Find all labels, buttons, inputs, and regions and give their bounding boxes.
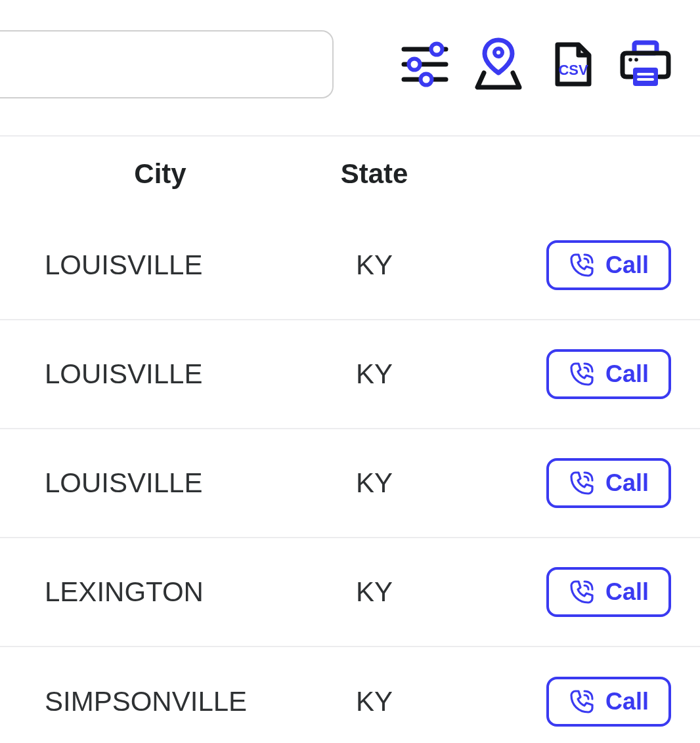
svg-rect-11: [633, 68, 658, 86]
table-row: LOUISVILLEKYCall: [0, 429, 700, 538]
filter-button[interactable]: [397, 36, 453, 93]
phone-icon: [569, 252, 595, 278]
csv-file-icon: CSV: [547, 39, 597, 89]
toolbar: CSV: [0, 0, 700, 135]
call-button-label: Call: [605, 360, 649, 388]
cell-city: SIMPSONVILLE: [45, 686, 276, 717]
cell-action: Call: [473, 458, 700, 508]
table-body: LOUISVILLEKYCallLOUISVILLEKYCallLOUISVIL…: [0, 211, 700, 743]
cell-city: LOUISVILLE: [45, 358, 276, 390]
call-button-label: Call: [605, 469, 649, 497]
call-button[interactable]: Call: [546, 349, 671, 399]
cell-city: LOUISVILLE: [45, 467, 276, 499]
call-button-label: Call: [605, 578, 649, 606]
phone-icon: [569, 579, 595, 605]
csv-export-button[interactable]: CSV: [544, 36, 600, 93]
call-button[interactable]: Call: [546, 567, 671, 617]
page: CSV City State LOUISVILLEKYCallLOUISVILL…: [0, 0, 700, 743]
map-pin-icon: [472, 37, 525, 91]
printer-icon: [619, 39, 672, 90]
cell-action: Call: [473, 567, 700, 617]
cell-city: LEXINGTON: [45, 576, 276, 608]
table-row: SIMPSONVILLEKYCall: [0, 647, 700, 743]
table-header: City State: [0, 135, 700, 211]
svg-point-6: [494, 49, 502, 56]
cell-city: LOUISVILLE: [45, 249, 276, 281]
call-button[interactable]: Call: [546, 458, 671, 508]
svg-point-4: [409, 59, 420, 70]
cell-action: Call: [473, 240, 700, 290]
map-button[interactable]: [470, 36, 527, 93]
cell-action: Call: [473, 349, 700, 399]
phone-icon: [569, 361, 595, 387]
svg-point-5: [421, 74, 432, 85]
table-row: LEXINGTONKYCall: [0, 538, 700, 647]
cell-action: Call: [473, 677, 700, 727]
table-row: LOUISVILLEKYCall: [0, 320, 700, 429]
call-button-label: Call: [605, 688, 649, 715]
header-city: City: [45, 158, 276, 190]
sliders-icon: [400, 41, 450, 87]
cell-state: KY: [276, 358, 473, 390]
print-button[interactable]: [617, 36, 674, 93]
call-button[interactable]: Call: [546, 677, 671, 727]
cell-state: KY: [276, 467, 473, 499]
svg-point-9: [628, 58, 632, 62]
svg-text:CSV: CSV: [558, 62, 588, 78]
svg-point-10: [634, 58, 638, 62]
phone-icon: [569, 689, 595, 715]
cell-state: KY: [276, 249, 473, 281]
search-input[interactable]: [0, 30, 334, 98]
svg-point-3: [431, 44, 443, 55]
cell-state: KY: [276, 686, 473, 717]
phone-icon: [569, 470, 595, 496]
call-button-label: Call: [605, 251, 649, 279]
table-row: LOUISVILLEKYCall: [0, 211, 700, 320]
cell-state: KY: [276, 576, 473, 608]
header-state: State: [276, 158, 473, 190]
call-button[interactable]: Call: [546, 240, 671, 290]
